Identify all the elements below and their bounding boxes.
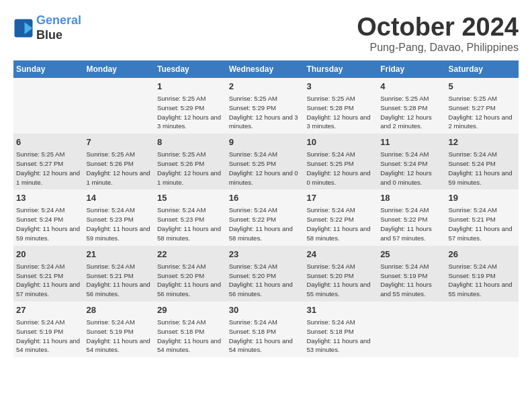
calendar-cell: 17Sunrise: 5:24 AMSunset: 5:22 PMDayligh… <box>304 189 378 245</box>
calendar-cell: 10Sunrise: 5:24 AMSunset: 5:25 PMDayligh… <box>304 134 378 189</box>
calendar-cell: 1Sunrise: 5:25 AMSunset: 5:29 PMDaylight… <box>154 78 226 134</box>
calendar-cell: 29Sunrise: 5:24 AMSunset: 5:18 PMDayligh… <box>154 302 226 357</box>
day-number: 31 <box>306 304 375 316</box>
day-info: Sunrise: 5:24 AMSunset: 5:20 PMDaylight:… <box>157 262 224 299</box>
day-info: Sunrise: 5:25 AMSunset: 5:29 PMDaylight:… <box>229 94 302 131</box>
title-section: October 2024 Pung-Pang, Davao, Philippin… <box>357 13 519 54</box>
day-number: 24 <box>306 248 375 261</box>
calendar-cell: 3Sunrise: 5:25 AMSunset: 5:28 PMDaylight… <box>304 78 378 134</box>
calendar-cell: 24Sunrise: 5:24 AMSunset: 5:20 PMDayligh… <box>304 246 378 302</box>
day-info: Sunrise: 5:24 AMSunset: 5:24 PMDaylight:… <box>16 205 81 242</box>
calendar-cell: 28Sunrise: 5:24 AMSunset: 5:19 PMDayligh… <box>84 302 154 357</box>
day-info: Sunrise: 5:24 AMSunset: 5:22 PMDaylight:… <box>306 205 375 242</box>
calendar-cell <box>378 302 445 357</box>
day-info: Sunrise: 5:24 AMSunset: 5:21 PMDaylight:… <box>16 262 81 299</box>
header-cell-friday: Friday <box>378 60 445 78</box>
logo-icon <box>13 18 34 38</box>
day-info: Sunrise: 5:24 AMSunset: 5:21 PMDaylight:… <box>87 262 152 299</box>
day-info: Sunrise: 5:24 AMSunset: 5:21 PMDaylight:… <box>449 205 516 242</box>
calendar-cell: 14Sunrise: 5:24 AMSunset: 5:23 PMDayligh… <box>84 189 154 245</box>
logo: General Blue <box>13 13 81 42</box>
day-number: 7 <box>87 136 152 148</box>
day-info: Sunrise: 5:24 AMSunset: 5:18 PMDaylight:… <box>157 318 224 355</box>
header-cell-tuesday: Tuesday <box>154 60 226 78</box>
day-number: 19 <box>449 192 516 204</box>
day-number: 23 <box>229 248 302 261</box>
day-number: 18 <box>380 192 443 204</box>
day-number: 21 <box>87 248 152 261</box>
header-cell-saturday: Saturday <box>446 60 519 78</box>
day-number: 29 <box>157 304 224 316</box>
day-number: 17 <box>306 192 375 204</box>
day-number: 5 <box>449 81 516 93</box>
calendar-header: SundayMondayTuesdayWednesdayThursdayFrid… <box>13 60 519 78</box>
calendar-week-3: 13Sunrise: 5:24 AMSunset: 5:24 PMDayligh… <box>13 189 519 245</box>
header-cell-sunday: Sunday <box>13 60 84 78</box>
calendar-cell <box>13 78 84 134</box>
calendar-cell: 7Sunrise: 5:25 AMSunset: 5:26 PMDaylight… <box>84 134 154 189</box>
calendar-cell: 9Sunrise: 5:24 AMSunset: 5:25 PMDaylight… <box>226 134 304 189</box>
day-info: Sunrise: 5:25 AMSunset: 5:29 PMDaylight:… <box>157 94 224 131</box>
day-number: 26 <box>449 248 516 261</box>
calendar-table: SundayMondayTuesdayWednesdayThursdayFrid… <box>13 60 519 357</box>
day-info: Sunrise: 5:24 AMSunset: 5:18 PMDaylight:… <box>229 318 302 355</box>
calendar-cell: 25Sunrise: 5:24 AMSunset: 5:19 PMDayligh… <box>378 246 445 302</box>
day-info: Sunrise: 5:25 AMSunset: 5:27 PMDaylight:… <box>449 94 516 131</box>
calendar-cell: 13Sunrise: 5:24 AMSunset: 5:24 PMDayligh… <box>13 189 84 245</box>
day-number: 20 <box>16 248 81 261</box>
day-info: Sunrise: 5:24 AMSunset: 5:19 PMDaylight:… <box>449 262 516 299</box>
day-number: 2 <box>229 81 302 93</box>
day-number: 25 <box>380 248 443 261</box>
day-info: Sunrise: 5:24 AMSunset: 5:18 PMDaylight:… <box>306 318 375 355</box>
day-number: 22 <box>157 248 224 261</box>
calendar-cell: 11Sunrise: 5:24 AMSunset: 5:24 PMDayligh… <box>378 134 445 189</box>
day-number: 4 <box>380 81 443 93</box>
day-info: Sunrise: 5:24 AMSunset: 5:19 PMDaylight:… <box>16 318 81 355</box>
day-number: 10 <box>306 136 375 148</box>
calendar-cell: 31Sunrise: 5:24 AMSunset: 5:18 PMDayligh… <box>304 302 378 357</box>
calendar-week-2: 6Sunrise: 5:25 AMSunset: 5:27 PMDaylight… <box>13 134 519 189</box>
header-cell-wednesday: Wednesday <box>226 60 304 78</box>
day-info: Sunrise: 5:24 AMSunset: 5:20 PMDaylight:… <box>306 262 375 299</box>
day-number: 1 <box>157 81 224 93</box>
day-number: 11 <box>380 136 443 148</box>
calendar-cell: 15Sunrise: 5:24 AMSunset: 5:23 PMDayligh… <box>154 189 226 245</box>
calendar-week-5: 27Sunrise: 5:24 AMSunset: 5:19 PMDayligh… <box>13 302 519 357</box>
calendar-cell: 6Sunrise: 5:25 AMSunset: 5:27 PMDaylight… <box>13 134 84 189</box>
calendar-cell: 20Sunrise: 5:24 AMSunset: 5:21 PMDayligh… <box>13 246 84 302</box>
location-title: Pung-Pang, Davao, Philippines <box>357 42 519 54</box>
day-info: Sunrise: 5:24 AMSunset: 5:20 PMDaylight:… <box>229 262 302 299</box>
calendar-cell: 21Sunrise: 5:24 AMSunset: 5:21 PMDayligh… <box>84 246 154 302</box>
day-number: 15 <box>157 192 224 204</box>
calendar-cell: 26Sunrise: 5:24 AMSunset: 5:19 PMDayligh… <box>446 246 519 302</box>
day-number: 3 <box>306 81 375 93</box>
calendar-cell: 5Sunrise: 5:25 AMSunset: 5:27 PMDaylight… <box>446 78 519 134</box>
day-info: Sunrise: 5:24 AMSunset: 5:19 PMDaylight:… <box>380 262 443 299</box>
day-info: Sunrise: 5:25 AMSunset: 5:28 PMDaylight:… <box>380 94 443 131</box>
calendar-cell: 12Sunrise: 5:24 AMSunset: 5:24 PMDayligh… <box>446 134 519 189</box>
day-info: Sunrise: 5:24 AMSunset: 5:22 PMDaylight:… <box>380 205 443 242</box>
day-info: Sunrise: 5:25 AMSunset: 5:26 PMDaylight:… <box>157 150 224 187</box>
header-cell-thursday: Thursday <box>304 60 378 78</box>
day-info: Sunrise: 5:24 AMSunset: 5:25 PMDaylight:… <box>229 150 302 187</box>
day-info: Sunrise: 5:24 AMSunset: 5:19 PMDaylight:… <box>87 318 152 355</box>
calendar-cell: 4Sunrise: 5:25 AMSunset: 5:28 PMDaylight… <box>378 78 445 134</box>
header-row: SundayMondayTuesdayWednesdayThursdayFrid… <box>13 60 519 78</box>
day-number: 12 <box>449 136 516 148</box>
day-number: 13 <box>16 192 81 204</box>
day-info: Sunrise: 5:24 AMSunset: 5:24 PMDaylight:… <box>380 150 443 187</box>
day-info: Sunrise: 5:24 AMSunset: 5:23 PMDaylight:… <box>157 205 224 242</box>
logo-text: General Blue <box>36 13 81 42</box>
calendar-cell: 22Sunrise: 5:24 AMSunset: 5:20 PMDayligh… <box>154 246 226 302</box>
day-info: Sunrise: 5:24 AMSunset: 5:23 PMDaylight:… <box>87 205 152 242</box>
day-number: 6 <box>16 136 81 148</box>
calendar-cell: 27Sunrise: 5:24 AMSunset: 5:19 PMDayligh… <box>13 302 84 357</box>
day-info: Sunrise: 5:25 AMSunset: 5:26 PMDaylight:… <box>87 150 152 187</box>
day-number: 14 <box>87 192 152 204</box>
calendar-cell <box>446 302 519 357</box>
calendar-cell: 8Sunrise: 5:25 AMSunset: 5:26 PMDaylight… <box>154 134 226 189</box>
day-info: Sunrise: 5:24 AMSunset: 5:25 PMDaylight:… <box>306 150 375 187</box>
page-header: General Blue October 2024 Pung-Pang, Dav… <box>13 13 519 54</box>
calendar-cell: 30Sunrise: 5:24 AMSunset: 5:18 PMDayligh… <box>226 302 304 357</box>
month-title: October 2024 <box>357 13 519 42</box>
